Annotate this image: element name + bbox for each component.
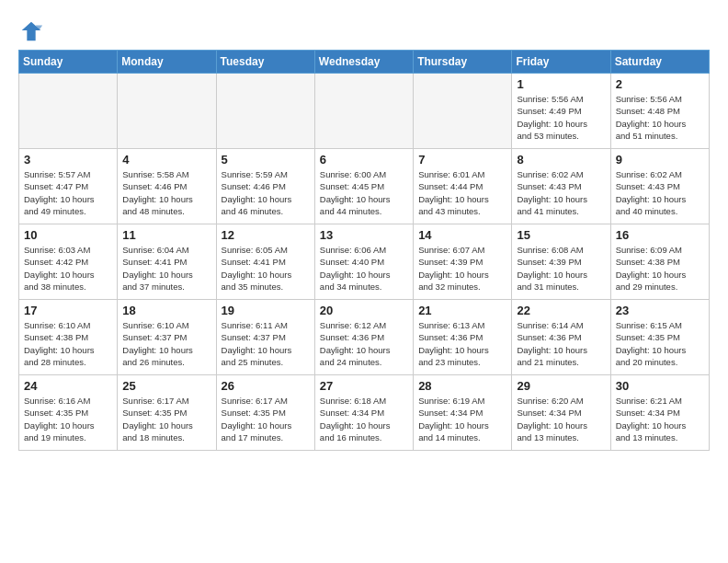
calendar-cell: 13Sunrise: 6:06 AM Sunset: 4:40 PM Dayli… [314,224,413,300]
day-number: 3 [24,153,112,167]
day-number: 21 [418,304,506,317]
calendar-cell: 1Sunrise: 5:56 AM Sunset: 4:49 PM Daylig… [512,74,610,149]
calendar-cell: 10Sunrise: 6:03 AM Sunset: 4:42 PM Dayli… [19,224,118,300]
day-number: 30 [616,379,704,393]
day-info: Sunrise: 6:10 AM Sunset: 4:37 PM Dayligh… [122,319,210,368]
calendar-cell: 3Sunrise: 5:57 AM Sunset: 4:47 PM Daylig… [19,149,118,224]
calendar-weekday-wednesday: Wednesday [314,51,413,74]
day-number: 9 [616,153,704,167]
calendar-cell: 14Sunrise: 6:07 AM Sunset: 4:39 PM Dayli… [414,224,512,300]
day-number: 2 [616,77,704,91]
day-number: 23 [616,304,704,317]
day-number: 12 [222,228,310,242]
day-number: 25 [122,379,210,393]
day-info: Sunrise: 6:13 AM Sunset: 4:36 PM Dayligh… [418,319,506,368]
day-number: 15 [517,228,605,242]
calendar-cell: 19Sunrise: 6:11 AM Sunset: 4:37 PM Dayli… [216,300,314,375]
calendar-cell: 23Sunrise: 6:15 AM Sunset: 4:35 PM Dayli… [610,300,709,375]
calendar-header-row: SundayMondayTuesdayWednesdayThursdayFrid… [19,51,710,74]
calendar-cell: 8Sunrise: 6:02 AM Sunset: 4:43 PM Daylig… [512,149,610,224]
day-number: 11 [122,228,210,242]
day-number: 17 [24,304,112,317]
day-number: 6 [320,153,408,167]
day-info: Sunrise: 5:57 AM Sunset: 4:47 PM Dayligh… [24,168,112,217]
day-info: Sunrise: 6:07 AM Sunset: 4:39 PM Dayligh… [418,244,506,293]
day-info: Sunrise: 5:56 AM Sunset: 4:49 PM Dayligh… [517,93,605,142]
header [18,15,710,44]
day-number: 16 [616,228,704,242]
day-info: Sunrise: 5:58 AM Sunset: 4:46 PM Dayligh… [122,168,210,217]
day-info: Sunrise: 6:00 AM Sunset: 4:45 PM Dayligh… [320,168,408,217]
calendar-cell [118,74,216,149]
calendar-cell: 22Sunrise: 6:14 AM Sunset: 4:36 PM Dayli… [512,300,610,375]
logo [18,18,46,44]
day-info: Sunrise: 6:05 AM Sunset: 4:41 PM Dayligh… [222,244,310,293]
day-number: 27 [320,379,408,393]
day-number: 22 [517,304,605,317]
page: SundayMondayTuesdayWednesdayThursdayFrid… [0,0,728,460]
calendar-weekday-thursday: Thursday [414,51,512,74]
day-info: Sunrise: 6:16 AM Sunset: 4:35 PM Dayligh… [24,395,112,443]
day-info: Sunrise: 6:12 AM Sunset: 4:36 PM Dayligh… [320,319,408,368]
calendar-cell: 12Sunrise: 6:05 AM Sunset: 4:41 PM Dayli… [216,224,314,300]
day-info: Sunrise: 6:18 AM Sunset: 4:34 PM Dayligh… [320,395,408,443]
day-number: 20 [320,304,408,317]
calendar-week-row-3: 17Sunrise: 6:10 AM Sunset: 4:38 PM Dayli… [19,300,710,375]
calendar-cell: 20Sunrise: 6:12 AM Sunset: 4:36 PM Dayli… [314,300,413,375]
day-info: Sunrise: 6:02 AM Sunset: 4:43 PM Dayligh… [616,168,704,217]
calendar-cell: 16Sunrise: 6:09 AM Sunset: 4:38 PM Dayli… [610,224,709,300]
day-info: Sunrise: 5:56 AM Sunset: 4:48 PM Dayligh… [616,93,704,142]
calendar-cell: 9Sunrise: 6:02 AM Sunset: 4:43 PM Daylig… [610,149,709,224]
day-number: 1 [517,77,605,91]
day-number: 18 [122,304,210,317]
calendar-cell: 6Sunrise: 6:00 AM Sunset: 4:45 PM Daylig… [314,149,413,224]
day-info: Sunrise: 6:08 AM Sunset: 4:39 PM Dayligh… [517,244,605,293]
day-number: 28 [418,379,506,393]
calendar-cell: 24Sunrise: 6:16 AM Sunset: 4:35 PM Dayli… [19,375,118,451]
day-number: 29 [517,379,605,393]
day-number: 5 [222,153,310,167]
calendar-weekday-friday: Friday [512,51,610,74]
day-info: Sunrise: 5:59 AM Sunset: 4:46 PM Dayligh… [222,168,310,217]
calendar-cell: 11Sunrise: 6:04 AM Sunset: 4:41 PM Dayli… [118,224,216,300]
calendar-cell: 17Sunrise: 6:10 AM Sunset: 4:38 PM Dayli… [19,300,118,375]
calendar-weekday-sunday: Sunday [19,51,118,74]
day-info: Sunrise: 6:01 AM Sunset: 4:44 PM Dayligh… [418,168,506,217]
day-info: Sunrise: 6:21 AM Sunset: 4:34 PM Dayligh… [616,395,704,443]
calendar-cell: 7Sunrise: 6:01 AM Sunset: 4:44 PM Daylig… [414,149,512,224]
calendar-cell: 21Sunrise: 6:13 AM Sunset: 4:36 PM Dayli… [414,300,512,375]
day-info: Sunrise: 6:19 AM Sunset: 4:34 PM Dayligh… [418,395,506,443]
calendar-table: SundayMondayTuesdayWednesdayThursdayFrid… [18,50,710,451]
calendar-cell: 25Sunrise: 6:17 AM Sunset: 4:35 PM Dayli… [118,375,216,451]
day-info: Sunrise: 6:04 AM Sunset: 4:41 PM Dayligh… [122,244,210,293]
day-info: Sunrise: 6:06 AM Sunset: 4:40 PM Dayligh… [320,244,408,293]
calendar-cell: 4Sunrise: 5:58 AM Sunset: 4:46 PM Daylig… [118,149,216,224]
calendar-cell [19,74,118,149]
day-info: Sunrise: 6:15 AM Sunset: 4:35 PM Dayligh… [616,319,704,368]
day-number: 24 [24,379,112,393]
calendar-weekday-monday: Monday [118,51,216,74]
calendar-cell: 18Sunrise: 6:10 AM Sunset: 4:37 PM Dayli… [118,300,216,375]
day-info: Sunrise: 6:20 AM Sunset: 4:34 PM Dayligh… [517,395,605,443]
day-number: 4 [122,153,210,167]
day-number: 10 [24,228,112,242]
day-number: 14 [418,228,506,242]
calendar-cell: 30Sunrise: 6:21 AM Sunset: 4:34 PM Dayli… [610,375,709,451]
calendar-weekday-saturday: Saturday [610,51,709,74]
calendar-cell [314,74,413,149]
day-number: 13 [320,228,408,242]
calendar-week-row-0: 1Sunrise: 5:56 AM Sunset: 4:49 PM Daylig… [19,74,710,149]
calendar-cell: 29Sunrise: 6:20 AM Sunset: 4:34 PM Dayli… [512,375,610,451]
day-info: Sunrise: 6:11 AM Sunset: 4:37 PM Dayligh… [222,319,310,368]
day-info: Sunrise: 6:03 AM Sunset: 4:42 PM Dayligh… [24,244,112,293]
calendar-week-row-4: 24Sunrise: 6:16 AM Sunset: 4:35 PM Dayli… [19,375,710,451]
calendar-week-row-1: 3Sunrise: 5:57 AM Sunset: 4:47 PM Daylig… [19,149,710,224]
day-info: Sunrise: 6:14 AM Sunset: 4:36 PM Dayligh… [517,319,605,368]
calendar-cell: 5Sunrise: 5:59 AM Sunset: 4:46 PM Daylig… [216,149,314,224]
calendar-cell: 15Sunrise: 6:08 AM Sunset: 4:39 PM Dayli… [512,224,610,300]
calendar-cell [414,74,512,149]
day-info: Sunrise: 6:10 AM Sunset: 4:38 PM Dayligh… [24,319,112,368]
day-info: Sunrise: 6:17 AM Sunset: 4:35 PM Dayligh… [122,395,210,443]
day-number: 26 [222,379,310,393]
calendar-cell: 26Sunrise: 6:17 AM Sunset: 4:35 PM Dayli… [216,375,314,451]
